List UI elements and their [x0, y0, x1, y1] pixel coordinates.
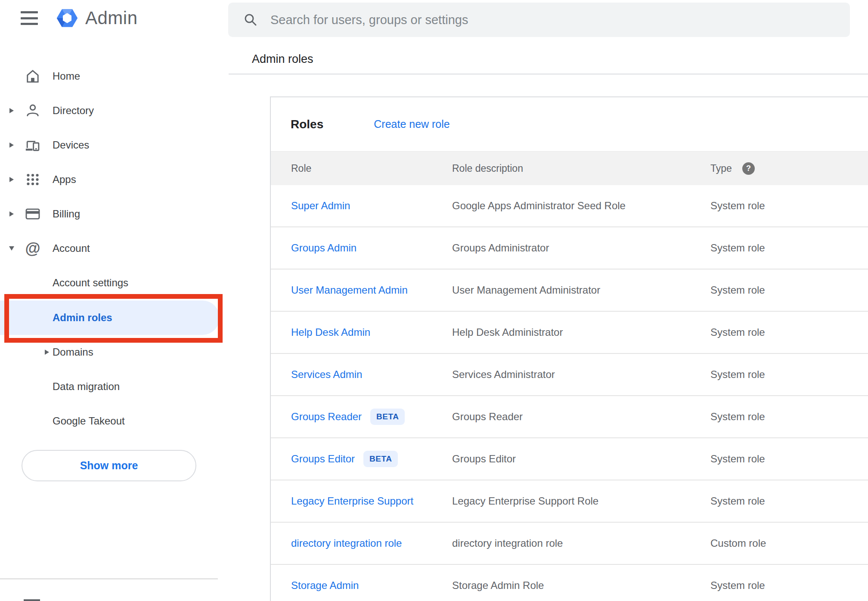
card-title: Roles	[291, 118, 323, 131]
table-row: Groups Editor BETA Groups Editor System …	[271, 438, 868, 480]
home-icon	[24, 68, 41, 85]
search-icon	[243, 12, 258, 28]
role-link[interactable]: Legacy Enterprise Support	[291, 495, 413, 507]
role-description: Legacy Enterprise Support Role	[452, 495, 598, 507]
column-header-type: Type ?	[710, 162, 755, 175]
role-type: System role	[710, 326, 765, 338]
role-description: Groups Editor	[452, 453, 516, 465]
sidebar-item-google-takeout[interactable]: Google Takeout	[0, 404, 220, 438]
role-link[interactable]: Groups Reader	[291, 411, 362, 423]
sidebar-bottom-divider	[0, 578, 218, 579]
sidebar-item-admin-roles[interactable]: Admin roles	[53, 300, 112, 335]
role-type: Custom role	[710, 537, 766, 549]
table-row: User Management Admin User Management Ad…	[271, 270, 868, 312]
devices-icon	[24, 136, 41, 154]
role-type: System role	[710, 242, 765, 254]
sidebar-item-home[interactable]: Home	[0, 59, 220, 93]
expand-arrow-icon[interactable]	[6, 177, 17, 182]
content-divider	[229, 74, 868, 74]
role-link[interactable]: Super Admin	[291, 200, 350, 212]
role-type: System role	[710, 200, 765, 212]
table-row: Services Admin Services Administrator Sy…	[271, 354, 868, 396]
person-icon	[24, 102, 41, 119]
cutoff-nav-icon	[24, 599, 40, 601]
role-description: Services Administrator	[452, 369, 555, 381]
role-link[interactable]: Help Desk Admin	[291, 326, 370, 338]
admin-logo: Admin	[54, 5, 138, 31]
expand-arrow-icon[interactable]	[6, 108, 17, 113]
at-sign-icon: @	[24, 240, 41, 257]
role-link[interactable]: Groups Editor	[291, 453, 355, 465]
sidebar-item-apps[interactable]: Apps	[0, 162, 220, 197]
role-link[interactable]: Services Admin	[291, 369, 362, 381]
search-placeholder-text: Search for users, groups or settings	[270, 13, 468, 27]
role-description: directory integration role	[452, 537, 563, 549]
expand-arrow-icon[interactable]	[6, 211, 17, 217]
sidebar-item-account[interactable]: @ Account	[0, 231, 220, 266]
help-icon[interactable]: ?	[742, 162, 755, 175]
table-header-row: Role Role description Type ?	[271, 151, 868, 185]
roles-table-body: Super Admin Google Apps Administrator Se…	[271, 185, 868, 601]
expand-arrow-icon[interactable]	[41, 350, 53, 355]
apps-grid-icon	[24, 171, 41, 188]
sidebar-item-devices[interactable]: Devices	[0, 128, 220, 162]
role-link[interactable]: Groups Admin	[291, 242, 356, 254]
beta-badge: BETA	[370, 409, 405, 425]
role-type: System role	[710, 453, 765, 465]
search-input[interactable]: Search for users, groups or settings	[228, 3, 850, 37]
table-row: Storage Admin Storage Admin Role System …	[271, 565, 868, 601]
role-description: Google Apps Administrator Seed Role	[452, 200, 626, 212]
roles-card: Roles Create new role Role Role descript…	[270, 96, 868, 601]
role-description: Help Desk Administrator	[452, 326, 563, 338]
show-more-button[interactable]: Show more	[22, 450, 196, 481]
role-type: System role	[710, 495, 765, 507]
sidebar-item-directory[interactable]: Directory	[0, 93, 220, 128]
hamburger-menu-icon[interactable]	[21, 11, 38, 25]
role-link[interactable]: directory integration role	[291, 537, 402, 549]
create-new-role-link[interactable]: Create new role	[374, 118, 450, 130]
sidebar-item-data-migration[interactable]: Data migration	[0, 369, 220, 404]
sidebar-item-account-settings[interactable]: Account settings	[0, 266, 220, 300]
role-type: System role	[710, 579, 765, 592]
breadcrumb: Admin roles	[252, 53, 313, 66]
table-row: Super Admin Google Apps Administrator Se…	[271, 185, 868, 227]
role-type: System role	[710, 369, 765, 381]
sidebar-item-billing[interactable]: Billing	[0, 197, 220, 231]
role-description: User Management Administrator	[452, 284, 600, 296]
table-row: Help Desk Admin Help Desk Administrator …	[271, 312, 868, 354]
admin-hexagon-logo-icon	[54, 5, 80, 31]
table-row: Legacy Enterprise Support Legacy Enterpr…	[271, 480, 868, 523]
admin-console-screen: Admin Home Directory	[0, 0, 868, 601]
collapse-arrow-icon[interactable]	[6, 246, 17, 251]
column-header-role: Role	[291, 163, 311, 174]
product-title: Admin	[85, 8, 138, 28]
role-link[interactable]: Storage Admin	[291, 579, 359, 592]
role-description: Groups Administrator	[452, 242, 549, 254]
role-description: Groups Reader	[452, 411, 523, 423]
role-description: Storage Admin Role	[452, 579, 544, 592]
table-row: Groups Admin Groups Administrator System…	[271, 227, 868, 270]
beta-badge: BETA	[363, 451, 398, 467]
expand-arrow-icon[interactable]	[6, 143, 17, 148]
sidebar-item-domains[interactable]: Domains	[0, 335, 220, 369]
table-row: Groups Reader BETA Groups Reader System …	[271, 396, 868, 438]
role-type: System role	[710, 284, 765, 296]
credit-card-icon	[24, 205, 41, 223]
column-header-description: Role description	[452, 163, 523, 174]
role-type: System role	[710, 411, 765, 423]
table-row: directory integration role directory int…	[271, 523, 868, 565]
role-link[interactable]: User Management Admin	[291, 284, 408, 296]
